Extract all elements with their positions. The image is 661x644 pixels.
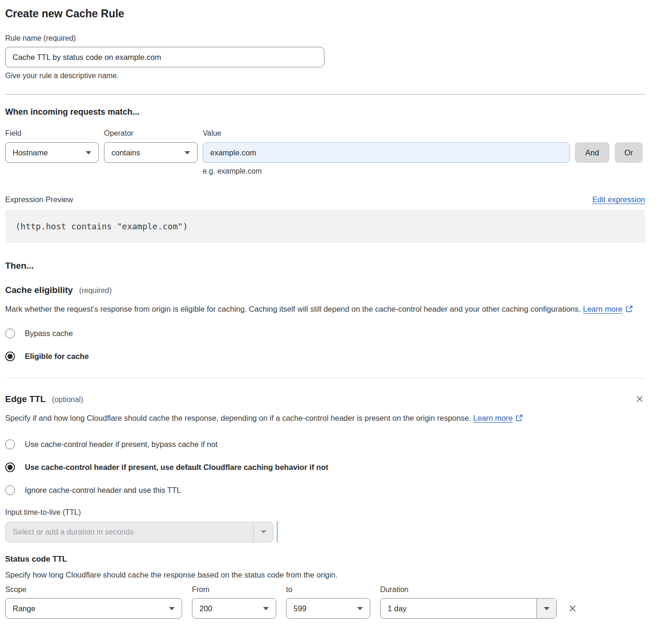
cache-eligibility-description: Mark whether the request’s response from… — [5, 302, 635, 316]
from-select[interactable]: 200 — [192, 598, 276, 619]
external-link-icon — [515, 415, 523, 423]
status-labels-row: Scope From to Duration — [5, 585, 645, 594]
expression-preview-label: Expression Preview — [5, 195, 73, 204]
edge-ttl-heading: Edge TTL — [5, 394, 46, 404]
radio-option-label: Eligible for cache — [25, 352, 89, 361]
chevron-down-icon — [86, 151, 91, 154]
or-button[interactable]: Or — [615, 142, 643, 163]
radio-option-bypass-cache[interactable]: Bypass cache — [5, 329, 645, 338]
close-icon — [635, 398, 644, 405]
ttl-input-row: Select or add a duration in seconds — [5, 521, 645, 542]
focus-caret-bar — [277, 521, 278, 542]
scope-label: Scope — [5, 585, 182, 594]
edge-ttl-close-button[interactable] — [634, 394, 645, 404]
cache-eligibility-heading-row: Cache eligibility (required) — [5, 285, 645, 295]
status-controls-row: Range 200 599 1 day — [5, 598, 645, 619]
value-helper: e.g. example.com — [203, 167, 645, 176]
field-select[interactable]: Hostname — [5, 142, 99, 163]
operator-select[interactable]: contains — [104, 142, 198, 163]
radio-icon[interactable] — [5, 351, 15, 361]
chevron-down-icon — [263, 607, 269, 610]
scope-select[interactable]: Range — [5, 598, 182, 619]
edge-ttl-options: Use cache-control header if present, byp… — [5, 439, 645, 495]
radio-option-use-header-default[interactable]: Use cache-control header if present, use… — [5, 462, 645, 472]
radio-option-ignore-header[interactable]: Ignore cache-control header and use this… — [5, 485, 645, 495]
chevron-down-icon — [544, 607, 550, 610]
section-divider — [5, 94, 645, 95]
external-link-icon — [625, 306, 633, 314]
edit-expression-link[interactable]: Edit expression — [592, 195, 645, 204]
and-button[interactable]: And — [575, 142, 610, 163]
edge-ttl-learn-more-link[interactable]: Learn more — [473, 414, 513, 422]
radio-icon[interactable] — [5, 439, 15, 449]
then-heading: Then... — [5, 261, 645, 271]
edge-ttl-heading-row: Edge TTL (optional) — [5, 394, 645, 404]
radio-option-use-header-bypass[interactable]: Use cache-control header if present, byp… — [5, 439, 645, 449]
cache-eligibility-options: Bypass cache Eligible for cache — [5, 329, 645, 361]
chevron-down-icon — [169, 607, 175, 610]
radio-icon[interactable] — [5, 485, 15, 495]
rule-name-input[interactable] — [5, 47, 324, 67]
duration-select[interactable]: 1 day — [380, 598, 557, 619]
cache-eligibility-heading: Cache eligibility — [5, 285, 73, 295]
edge-ttl-description: Specify if and how long Cloudflare shoul… — [5, 411, 525, 425]
field-label: Field — [5, 129, 99, 138]
value-input[interactable] — [203, 142, 570, 163]
ttl-duration-select[interactable]: Select or add a duration in seconds — [5, 522, 273, 542]
section-divider — [5, 378, 645, 379]
operator-label: Operator — [104, 129, 198, 138]
ttl-duration-arrow-button[interactable] — [253, 522, 273, 542]
rule-name-helper: Give your rule a descriptive name. — [5, 72, 645, 80]
edge-ttl-qualifier: (optional) — [52, 395, 83, 403]
value-label: Value — [203, 129, 570, 138]
duration-label: Duration — [380, 585, 557, 594]
cache-eligibility-qualifier: (required) — [79, 286, 111, 294]
status-code-ttl-description: Specify how long Cloudflare should cache… — [5, 571, 645, 579]
chevron-down-icon — [184, 151, 190, 154]
match-controls-row: Hostname contains And Or — [5, 142, 645, 163]
expression-preview-row: Expression Preview Edit expression — [5, 195, 645, 204]
remove-status-ttl-button[interactable] — [566, 602, 579, 615]
create-cache-rule-form: Create new Cache Rule Rule name (require… — [5, 7, 645, 631]
to-label: to — [286, 585, 370, 594]
duration-arrow-button[interactable] — [536, 599, 556, 618]
from-select-value: 200 — [199, 604, 213, 613]
to-select-value: 599 — [294, 604, 307, 613]
field-select-value: Hostname — [13, 148, 48, 157]
duration-select-value: 1 day — [381, 599, 536, 618]
status-code-ttl-heading: Status code TTL — [5, 555, 645, 564]
close-icon — [567, 608, 578, 615]
scope-select-value: Range — [13, 604, 36, 613]
radio-option-label: Bypass cache — [25, 329, 73, 338]
radio-icon[interactable] — [5, 329, 15, 338]
radio-icon[interactable] — [5, 462, 15, 472]
from-label: From — [192, 585, 276, 594]
radio-option-label: Ignore cache-control header and use this… — [25, 486, 181, 495]
cache-eligibility-description-text: Mark whether the request’s response from… — [5, 305, 581, 313]
chevron-down-icon — [357, 607, 363, 610]
match-labels-row: Field Operator Value — [5, 129, 645, 138]
page-title: Create new Cache Rule — [5, 7, 645, 20]
operator-select-value: contains — [111, 148, 140, 157]
radio-option-label: Use cache-control header if present, use… — [25, 463, 328, 472]
chevron-down-icon — [261, 530, 266, 534]
ttl-duration-placeholder: Select or add a duration in seconds — [6, 522, 253, 542]
expression-code-block: (http.host contains "example.com") — [5, 210, 645, 243]
cache-eligibility-learn-more-link[interactable]: Learn more — [583, 305, 622, 313]
match-heading: When incoming requests match... — [5, 107, 645, 117]
rule-name-label: Rule name (required) — [5, 34, 645, 43]
to-select[interactable]: 599 — [286, 598, 370, 619]
radio-option-label: Use cache-control header if present, byp… — [25, 440, 218, 449]
edge-ttl-description-text: Specify if and how long Cloudflare shoul… — [5, 414, 471, 422]
radio-option-eligible-for-cache[interactable]: Eligible for cache — [5, 351, 645, 361]
ttl-input-label: Input time-to-live (TTL) — [5, 508, 645, 517]
